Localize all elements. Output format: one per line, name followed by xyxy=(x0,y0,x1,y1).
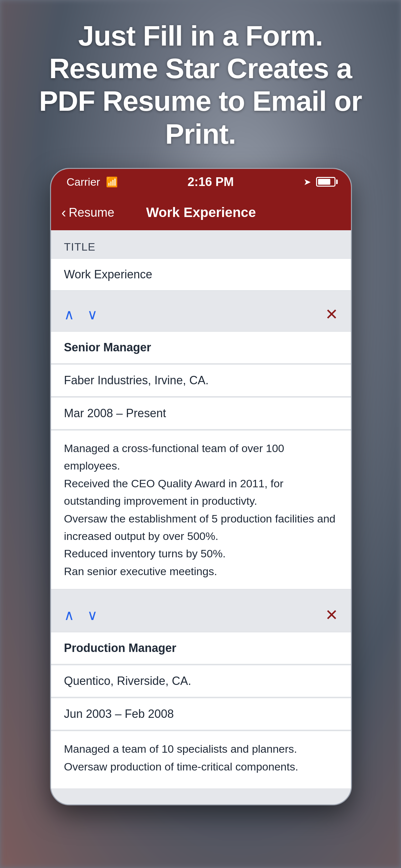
delete-button-2[interactable]: ✕ xyxy=(325,608,338,623)
move-down-button-2[interactable]: ∨ xyxy=(87,608,97,622)
status-left: Carrier 📶 xyxy=(66,176,118,188)
entry-2: ∧ ∨ ✕ Production Manager Quentico, River… xyxy=(51,598,351,789)
dates-2[interactable]: Jun 2003 – Feb 2008 xyxy=(51,698,351,730)
title-input[interactable]: Work Experience xyxy=(51,258,351,290)
job-title-2[interactable]: Production Manager xyxy=(51,632,351,664)
battery-icon xyxy=(316,177,335,187)
chevron-left-icon: ‹ xyxy=(61,206,66,220)
back-label: Resume xyxy=(69,206,115,220)
delete-button-1[interactable]: ✕ xyxy=(325,307,338,322)
section-gap-1 xyxy=(51,291,351,298)
move-up-button-2[interactable]: ∧ xyxy=(64,608,74,622)
phone-container: Carrier 📶 2:16 PM ➤ ‹ Resume Work Experi… xyxy=(50,168,352,805)
company-2[interactable]: Quentico, Riverside, CA. xyxy=(51,665,351,697)
title-section: Title Work Experience xyxy=(51,230,351,290)
entry-1: ∧ ∨ ✕ Senior Manager Faber Industries, I… xyxy=(51,298,351,589)
headline-section: Just Fill in a Form. Resume Star Creates… xyxy=(0,20,401,150)
status-bar: Carrier 📶 2:16 PM ➤ xyxy=(51,169,351,195)
nav-title: Work Experience xyxy=(146,205,256,220)
title-label: Title xyxy=(51,230,351,258)
entry-1-controls: ∧ ∨ ✕ xyxy=(51,298,351,331)
status-time: 2:16 PM xyxy=(188,175,234,189)
back-button[interactable]: ‹ Resume xyxy=(61,206,114,220)
arrow-group-1: ∧ ∨ xyxy=(64,307,97,321)
phone-frame: Carrier 📶 2:16 PM ➤ ‹ Resume Work Experi… xyxy=(50,168,352,805)
content-area: Title Work Experience ∧ ∨ ✕ Senior Manag… xyxy=(51,230,351,804)
move-up-button-1[interactable]: ∧ xyxy=(64,307,74,321)
location-icon: ➤ xyxy=(304,177,311,187)
nav-bar: ‹ Resume Work Experience xyxy=(51,195,351,230)
arrow-group-2: ∧ ∨ xyxy=(64,608,97,622)
description-1[interactable]: Managed a cross-functional team of over … xyxy=(51,430,351,589)
move-down-button-1[interactable]: ∨ xyxy=(87,307,97,321)
headline-text: Just Fill in a Form. Resume Star Creates… xyxy=(26,20,375,150)
battery-fill xyxy=(318,179,330,185)
description-2[interactable]: Managed a team of 10 specialists and pla… xyxy=(51,731,351,789)
entry-2-controls: ∧ ∨ ✕ xyxy=(51,598,351,632)
job-title-1[interactable]: Senior Manager xyxy=(51,331,351,364)
carrier-label: Carrier xyxy=(66,176,100,188)
wifi-icon: 📶 xyxy=(106,176,118,188)
section-gap-2 xyxy=(51,592,351,598)
company-1[interactable]: Faber Industries, Irvine, CA. xyxy=(51,364,351,397)
dates-1[interactable]: Mar 2008 – Present xyxy=(51,397,351,430)
status-right: ➤ xyxy=(304,177,335,187)
